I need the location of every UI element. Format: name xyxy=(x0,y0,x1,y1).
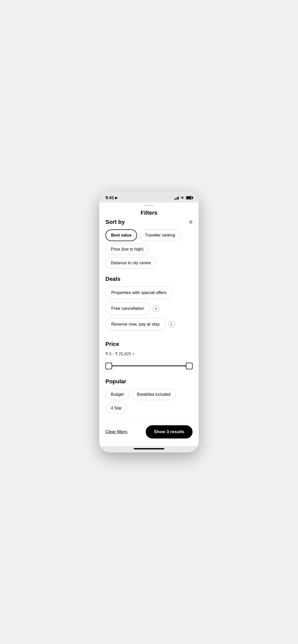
sort-info-dot xyxy=(189,220,193,224)
scrollable-content: Sort by Best value Traveller ranking Pri… xyxy=(99,219,199,421)
reserve-pay-later-info-icon[interactable]: ℹ xyxy=(168,321,175,328)
free-cancellation-info-icon[interactable]: ℹ xyxy=(153,305,159,312)
reserve-pay-later-wrap: Reserve now, pay at stay ℹ xyxy=(105,318,193,331)
sort-price-button[interactable]: Price (low to high) xyxy=(105,244,149,255)
deals-header: Deals xyxy=(105,276,193,282)
popular-section: Popular Budget Breakfast included 4 Star xyxy=(105,378,193,414)
show-results-button[interactable]: Show 3 results xyxy=(146,425,193,438)
home-bar xyxy=(134,448,164,449)
reserve-pay-later-button[interactable]: Reserve now, pay at stay xyxy=(105,318,166,331)
sort-traveller-ranking-button[interactable]: Traveller ranking xyxy=(140,229,181,241)
status-time: 9:41 ▶ xyxy=(105,195,118,200)
slider-thumb-max[interactable] xyxy=(186,363,193,369)
price-slider[interactable] xyxy=(105,361,193,371)
wifi-icon xyxy=(180,196,184,200)
chip-breakfast-included[interactable]: Breakfast included xyxy=(132,389,176,400)
sort-distance-button[interactable]: Distance to city centre xyxy=(105,257,156,269)
free-cancellation-wrap: Free cancellation ℹ xyxy=(105,302,193,315)
price-header: Price xyxy=(105,341,193,347)
bottom-bar: Clear filters Show 3 results xyxy=(99,421,199,446)
special-offers-wrap: Properties with special offers xyxy=(105,286,193,299)
price-section: Price ₹ 0 - ₹ 25,825 + xyxy=(105,341,193,371)
sheet-title: Filters xyxy=(105,210,193,216)
clear-filters-button[interactable]: Clear filters xyxy=(105,429,127,434)
deals-title: Deals xyxy=(105,276,120,282)
deals-section: Deals Properties with special offers Fre… xyxy=(105,276,193,334)
sort-best-value-button[interactable]: Best value xyxy=(105,229,137,241)
sort-by-title: Sort by xyxy=(105,219,125,225)
slider-track xyxy=(105,365,193,366)
sort-buttons-row-1: Best value Traveller ranking xyxy=(105,229,193,241)
price-range-label: ₹ 0 - ₹ 25,825 + xyxy=(105,352,193,356)
sort-by-header: Sort by xyxy=(105,219,193,225)
popular-chips: Budget Breakfast included 4 Star xyxy=(105,389,193,414)
sheet-header: Filters xyxy=(99,206,199,219)
special-offers-button[interactable]: Properties with special offers xyxy=(105,286,172,299)
status-bar: 9:41 ▶ xyxy=(99,192,199,202)
sort-by-section: Sort by Best value Traveller ranking Pri… xyxy=(105,219,193,269)
status-icons xyxy=(174,196,193,200)
chip-budget[interactable]: Budget xyxy=(105,389,129,400)
battery-icon xyxy=(186,196,193,199)
signal-icon xyxy=(174,196,179,200)
sort-buttons-row-2: Price (low to high) Distance to city cen… xyxy=(105,244,193,269)
popular-header: Popular xyxy=(105,378,193,385)
location-arrow-icon: ▶ xyxy=(115,196,118,200)
price-title: Price xyxy=(105,341,119,347)
home-indicator xyxy=(99,446,199,452)
popular-title: Popular xyxy=(105,378,126,385)
free-cancellation-button[interactable]: Free cancellation xyxy=(105,302,150,315)
slider-thumb-min[interactable] xyxy=(105,363,112,369)
deal-buttons: Properties with special offers Free canc… xyxy=(105,286,193,334)
filter-sheet: Filters Sort by Best value Traveller ran… xyxy=(99,202,199,446)
chip-4-star[interactable]: 4 Star xyxy=(105,403,127,414)
